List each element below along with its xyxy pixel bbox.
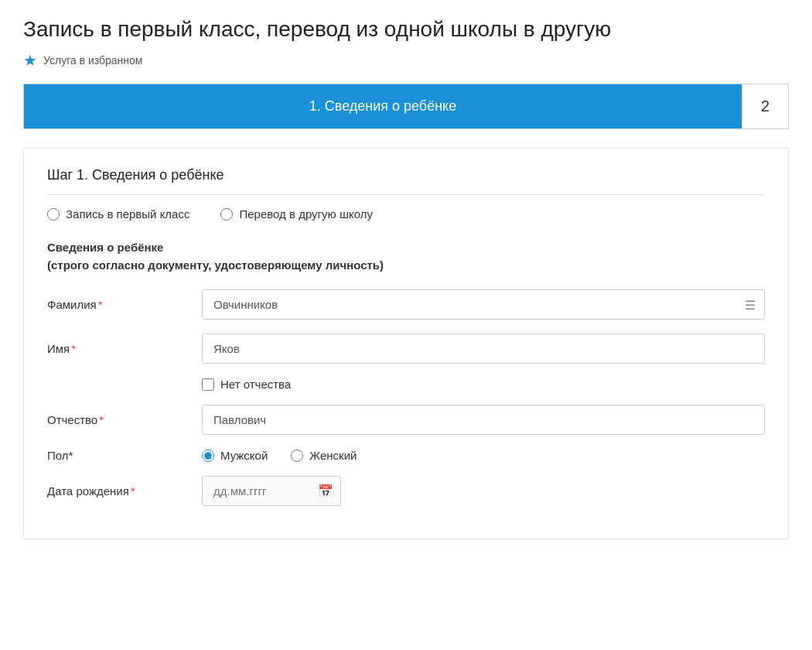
gender-male-label[interactable]: Мужской <box>220 449 268 462</box>
lastname-input-wrap: ☰ <box>202 289 765 320</box>
no-patronymic-label[interactable]: Нет отчества <box>220 378 291 391</box>
radio-transfer-input[interactable] <box>220 208 233 221</box>
birthdate-field-row: Дата рождения* 📅 <box>47 476 765 506</box>
birthdate-label: Дата рождения* <box>47 484 202 498</box>
birthdate-input-wrap: 📅 <box>202 476 341 506</box>
radio-first-grade[interactable]: Запись в первый класс <box>47 207 189 221</box>
gender-label: Пол* <box>47 449 202 462</box>
gender-female-label[interactable]: Женский <box>309 449 357 462</box>
gender-female-radio[interactable] <box>291 450 303 462</box>
step2-tab[interactable]: 2 <box>742 84 788 128</box>
step2-number: 2 <box>761 98 769 115</box>
form-card: Шаг 1. Сведения о ребёнке Запись в первы… <box>23 148 789 539</box>
lastname-field-row: Фамилия* ☰ <box>47 289 765 320</box>
step-header: 1. Сведения о ребёнке 2 <box>23 84 789 129</box>
firstname-input[interactable] <box>202 334 765 364</box>
firstname-field-row: Имя* <box>47 334 765 364</box>
gender-options: Мужской Женский <box>202 449 357 462</box>
gender-field-row: Пол* Мужской Женский <box>47 449 765 462</box>
gender-male-option[interactable]: Мужской <box>202 449 268 462</box>
gender-male-radio[interactable] <box>202 450 214 462</box>
patronymic-input-wrap <box>202 405 765 435</box>
application-type-row: Запись в первый класс Перевод в другую ш… <box>47 207 765 221</box>
patronymic-field-row: Отчество* <box>47 405 765 435</box>
firstname-input-wrap <box>202 334 765 364</box>
patronymic-input[interactable] <box>202 405 765 435</box>
no-patronymic-checkbox[interactable] <box>202 378 214 391</box>
birthdate-input[interactable] <box>202 476 341 506</box>
section-label: Сведения о ребёнке (строго согласно доку… <box>47 239 765 274</box>
step1-tab[interactable]: 1. Сведения о ребёнке <box>24 84 742 128</box>
lastname-required: * <box>98 298 103 311</box>
form-card-title: Шаг 1. Сведения о ребёнке <box>47 167 765 195</box>
firstname-label: Имя* <box>47 342 202 355</box>
firstname-required: * <box>71 342 76 355</box>
radio-transfer[interactable]: Перевод в другую школу <box>220 207 373 221</box>
radio-transfer-label[interactable]: Перевод в другую школу <box>239 207 373 221</box>
lastname-input[interactable] <box>202 289 765 320</box>
step1-label: 1. Сведения о ребёнке <box>309 98 456 114</box>
radio-first-grade-input[interactable] <box>47 208 60 221</box>
favorite-toggle[interactable]: ★ Услуга в избранном <box>23 51 789 70</box>
birthdate-required: * <box>131 484 135 498</box>
gender-required: * <box>69 449 73 462</box>
patronymic-required: * <box>99 413 104 426</box>
gender-female-option[interactable]: Женский <box>291 449 357 462</box>
lastname-label: Фамилия* <box>47 298 202 311</box>
no-patronymic-row: Нет отчества <box>202 378 765 391</box>
star-icon: ★ <box>23 51 37 70</box>
patronymic-label: Отчество* <box>47 413 202 426</box>
page-title: Запись в первый класс, перевод из одной … <box>23 15 789 43</box>
radio-first-grade-label[interactable]: Запись в первый класс <box>66 207 189 221</box>
favorite-label: Услуга в избранном <box>43 54 142 67</box>
